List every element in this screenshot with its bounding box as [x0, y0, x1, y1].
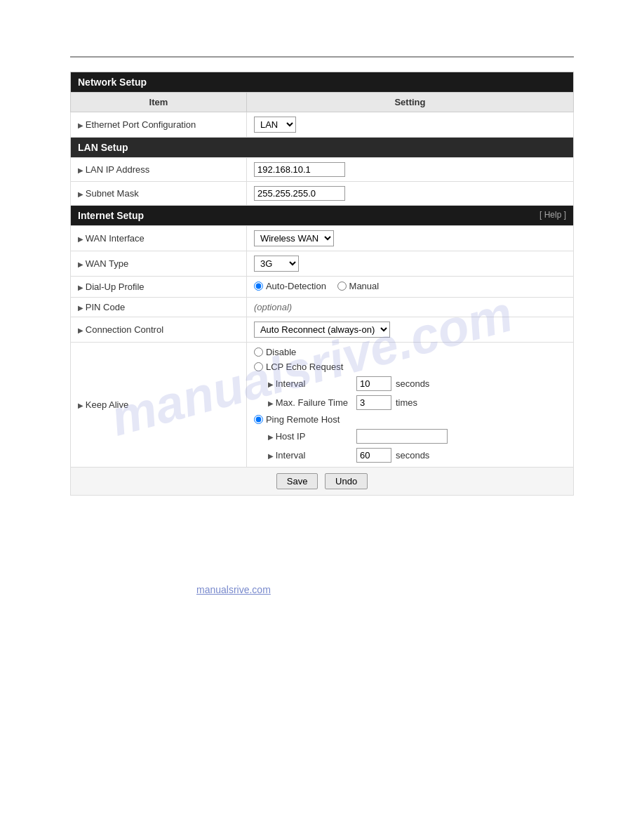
subnet-mask-row: Subnet Mask	[71, 182, 574, 206]
main-table: Network Setup Item Setting Ethernet Port…	[70, 72, 574, 496]
connection-control-select[interactable]: Auto Reconnect (always-on) Connect on De…	[254, 322, 390, 338]
interval-label: Interval	[268, 378, 352, 389]
top-divider	[70, 56, 574, 58]
page-wrapper: manualsrive.com manualsrive.com Network …	[0, 0, 644, 834]
dialup-manual-label: Manual	[337, 281, 380, 291]
lcp-row: LCP Echo Request	[254, 362, 566, 372]
column-header-row: Item Setting	[71, 93, 574, 112]
dialup-manual-text: Manual	[349, 281, 380, 291]
subnet-mask-label: Subnet Mask	[71, 182, 247, 206]
lan-ip-label: LAN IP Address	[71, 158, 247, 182]
host-ip-input[interactable]	[356, 429, 448, 444]
interval2-row: Interval seconds	[268, 448, 566, 463]
help-link[interactable]: [ Help ]	[539, 210, 566, 221]
ethernet-port-row: Ethernet Port Configuration LAN WAN	[71, 112, 574, 138]
network-setup-header-row: Network Setup	[71, 72, 574, 93]
dialup-auto-radio[interactable]	[254, 282, 263, 291]
ping-remote-text: Ping Remote Host	[266, 414, 340, 425]
lan-setup-header: LAN Setup	[71, 138, 574, 158]
ethernet-port-select[interactable]: LAN WAN	[254, 117, 296, 133]
max-failure-times-label: times	[396, 397, 417, 408]
watermark-url: manualsrive.com	[196, 584, 271, 595]
wan-interface-row: WAN Interface Wireless WAN Wired WAN	[71, 226, 574, 251]
keep-alive-label: Keep Alive	[71, 343, 247, 468]
save-button[interactable]: Save	[276, 473, 318, 489]
ping-remote-label: Ping Remote Host	[254, 414, 340, 425]
dialup-auto-label: Auto-Detection	[254, 281, 326, 291]
wan-type-select[interactable]: 3G 4G PPTP L2TP	[254, 256, 299, 272]
lan-setup-header-row: LAN Setup	[71, 138, 574, 158]
keep-alive-inner: Disable LCP Echo Request Interval	[254, 347, 566, 463]
interval-seconds-label: seconds	[396, 378, 429, 389]
internet-setup-header: Internet Setup [ Help ]	[71, 206, 573, 225]
keep-alive-row: Keep Alive Disable LCP Echo Requ	[71, 343, 574, 468]
pin-code-setting: (optional)	[246, 298, 573, 317]
wan-interface-label: WAN Interface	[71, 226, 247, 251]
button-cell: Save Undo	[71, 468, 574, 496]
subnet-mask-setting	[246, 182, 573, 206]
lan-ip-input[interactable]	[254, 162, 345, 177]
disable-text: Disable	[266, 347, 296, 357]
button-row: Save Undo	[71, 468, 574, 496]
internet-setup-header-row: Internet Setup [ Help ]	[71, 206, 574, 226]
interval2-input[interactable]	[356, 448, 391, 463]
col-header-setting: Setting	[246, 93, 573, 112]
wan-type-label: WAN Type	[71, 251, 247, 277]
lcp-label: LCP Echo Request	[254, 362, 343, 372]
host-ip-label: Host IP	[268, 431, 352, 442]
lcp-text: LCP Echo Request	[266, 362, 343, 372]
pin-code-label: PIN Code	[71, 298, 247, 317]
network-setup-header: Network Setup	[71, 72, 574, 93]
dialup-profile-row: Dial-Up Profile Auto-Detection Manual	[71, 277, 574, 298]
dialup-manual-radio[interactable]	[337, 282, 347, 291]
host-ip-row: Host IP	[268, 429, 566, 444]
connection-control-row: Connection Control Auto Reconnect (alway…	[71, 317, 574, 343]
ping-remote-row: Ping Remote Host	[254, 414, 566, 425]
interval2-label: Interval	[268, 450, 352, 461]
dialup-profile-setting: Auto-Detection Manual	[246, 277, 573, 298]
wan-type-row: WAN Type 3G 4G PPTP L2TP	[71, 251, 574, 277]
max-failure-row: Max. Failure Time times	[268, 395, 566, 410]
max-failure-input[interactable]	[356, 395, 391, 410]
lcp-radio[interactable]	[254, 362, 263, 371]
connection-control-label: Connection Control	[71, 317, 247, 343]
wan-type-setting: 3G 4G PPTP L2TP	[246, 251, 573, 277]
dialup-auto-text: Auto-Detection	[266, 281, 326, 291]
disable-radio[interactable]	[254, 348, 263, 357]
wan-interface-setting: Wireless WAN Wired WAN	[246, 226, 573, 251]
lan-ip-setting	[246, 158, 573, 182]
wan-interface-select[interactable]: Wireless WAN Wired WAN	[254, 230, 334, 246]
ethernet-port-setting: LAN WAN	[246, 112, 573, 138]
interval-input[interactable]	[356, 376, 391, 391]
disable-row: Disable	[254, 347, 566, 357]
pin-code-optional: (optional)	[254, 302, 292, 312]
disable-label: Disable	[254, 347, 296, 357]
interval-row: Interval seconds	[268, 376, 566, 391]
undo-button[interactable]: Undo	[325, 473, 368, 489]
subnet-mask-input[interactable]	[254, 186, 345, 201]
lan-ip-row: LAN IP Address	[71, 158, 574, 182]
max-failure-label: Max. Failure Time	[268, 397, 352, 408]
dialup-profile-label: Dial-Up Profile	[71, 277, 247, 298]
internet-setup-title: Internet Setup	[78, 210, 144, 221]
ping-remote-radio[interactable]	[254, 415, 263, 424]
connection-control-setting: Auto Reconnect (always-on) Connect on De…	[246, 317, 573, 343]
pin-code-row: PIN Code (optional)	[71, 298, 574, 317]
col-header-item: Item	[71, 93, 247, 112]
interval2-seconds-label: seconds	[396, 450, 429, 461]
ethernet-port-label: Ethernet Port Configuration	[71, 112, 247, 138]
keep-alive-setting: Disable LCP Echo Request Interval	[246, 343, 573, 468]
